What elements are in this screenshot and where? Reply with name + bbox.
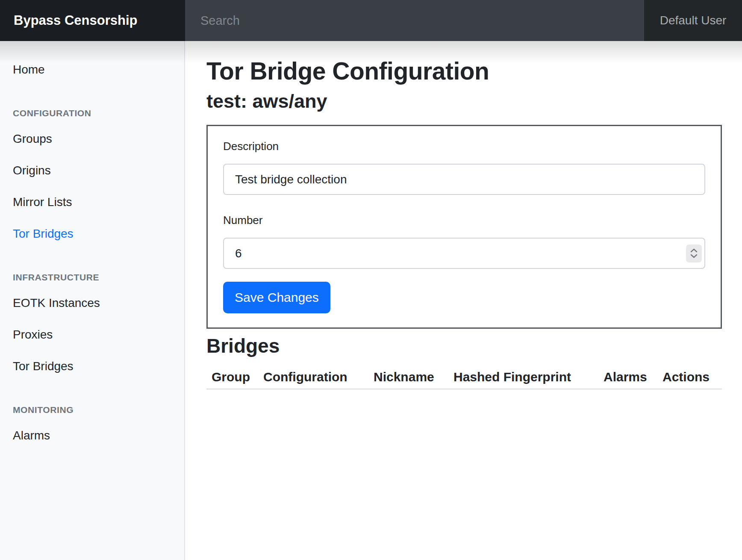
search-input[interactable] [185, 0, 644, 41]
column-header-group: Group [206, 362, 258, 389]
sidebar-section-configuration: CONFIGURATION [13, 108, 184, 119]
column-header-hashed-fingerprint: Hashed Fingerprint [448, 362, 598, 389]
column-header-alarms: Alarms [598, 362, 657, 389]
page-title: Tor Bridge Configuration [206, 56, 721, 85]
sidebar-item-proxies[interactable]: Proxies [13, 319, 184, 351]
number-input[interactable] [223, 238, 705, 269]
description-input[interactable] [223, 164, 705, 195]
column-header-configuration: Configuration [258, 362, 368, 389]
number-stepper[interactable] [686, 245, 702, 262]
column-header-nickname: Nickname [368, 362, 448, 389]
bridges-heading: Bridges [206, 335, 721, 357]
sidebar-item-tor-bridges-infra[interactable]: Tor Bridges [13, 351, 184, 382]
main-content: Tor Bridge Configuration test: aws/any D… [186, 41, 742, 560]
save-changes-button[interactable]: Save Changes [223, 282, 330, 313]
page-subtitle: test: aws/any [206, 90, 721, 113]
sidebar-item-home[interactable]: Home [13, 54, 184, 85]
sidebar-item-mirror-lists[interactable]: Mirror Lists [13, 186, 184, 218]
number-field-group: Number [223, 214, 705, 269]
app-brand[interactable]: Bypass Censorship [0, 0, 185, 41]
bridges-table: Group Configuration Nickname Hashed Fing… [206, 362, 722, 389]
chevron-up-icon[interactable] [690, 248, 698, 253]
sidebar-item-eotk-instances[interactable]: EOTK Instances [13, 287, 184, 319]
bridge-config-form-card: Description Number Save Changes [206, 125, 722, 329]
sidebar-item-alarms[interactable]: Alarms [13, 420, 184, 451]
search-bar [185, 0, 644, 41]
sidebar-section-monitoring: MONITORING [13, 404, 184, 416]
sidebar-item-tor-bridges-config[interactable]: Tor Bridges [13, 218, 184, 250]
user-menu-button[interactable]: Default User [644, 0, 742, 41]
sidebar-item-groups[interactable]: Groups [13, 123, 184, 155]
sidebar-item-origins[interactable]: Origins [13, 155, 184, 186]
top-navbar: Bypass Censorship Default User [0, 0, 742, 41]
bridges-table-header-row: Group Configuration Nickname Hashed Fing… [206, 362, 722, 389]
description-field-group: Description [223, 140, 705, 195]
number-input-wrap [223, 238, 705, 269]
number-label: Number [223, 214, 705, 227]
column-header-actions: Actions [657, 362, 722, 389]
sidebar-nav: Home CONFIGURATION Groups Origins Mirror… [0, 41, 185, 560]
sidebar-section-infrastructure: INFRASTRUCTURE [13, 272, 184, 283]
description-label: Description [223, 140, 705, 153]
chevron-down-icon[interactable] [690, 254, 698, 258]
